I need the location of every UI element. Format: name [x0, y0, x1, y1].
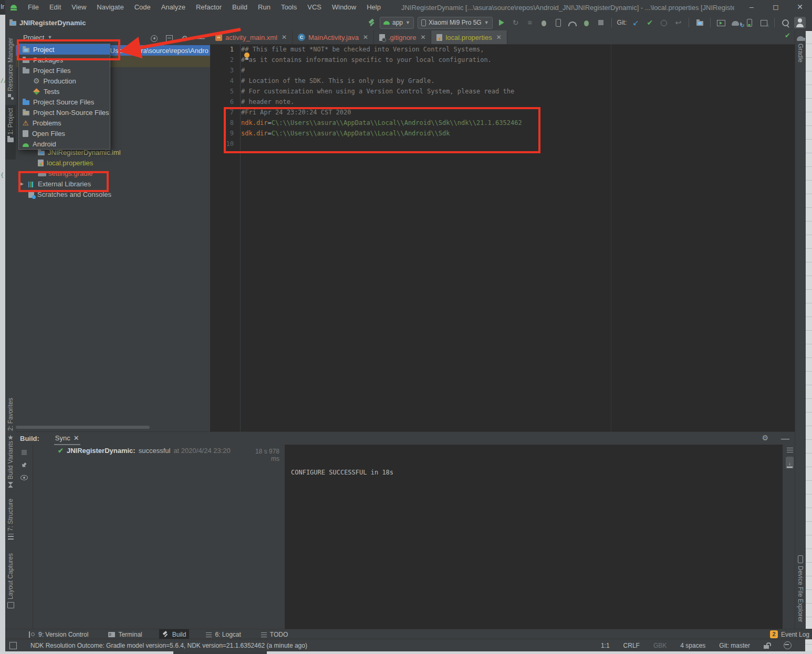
stripe-item-1-project[interactable]: 1: Project — [5, 105, 16, 160]
run-config-selector[interactable]: app ▼ — [380, 17, 414, 29]
menu-help[interactable]: Help — [362, 0, 386, 15]
collapse-all-icon[interactable] — [166, 35, 173, 42]
build-settings-icon[interactable]: ⚙ — [762, 434, 768, 444]
popup-item-open-files[interactable]: Open Files — [19, 128, 110, 139]
intention-bulb-icon[interactable] — [244, 52, 250, 60]
view-options-icon[interactable] — [20, 475, 28, 480]
code-editor[interactable]: 1## This file must *NOT* be checked into… — [210, 44, 795, 149]
stripe-item-7-structure[interactable]: 7: Structure — [5, 499, 16, 544]
tab-activity-main-xml[interactable]: ‹›activity_main.xml✕ — [210, 30, 293, 44]
debug-icon[interactable] — [542, 20, 546, 26]
project-breadcrumb[interactable]: JNIRegisterDynamic — [9, 19, 86, 27]
build-sync-tab[interactable]: Sync ✕ — [54, 431, 80, 445]
inspection-ok-icon[interactable]: ✔ — [785, 31, 790, 39]
popup-item-android[interactable]: Android — [19, 139, 110, 149]
tree-item-local-properties[interactable]: local.properties — [16, 157, 210, 168]
toolwindow-button-9-version-control[interactable]: 9: Version Control — [24, 629, 91, 639]
popup-item-production[interactable]: ⚙Production — [19, 76, 110, 86]
status-widget-crlf[interactable]: CRLF — [623, 642, 640, 649]
stripe-item-gradle[interactable]: Gradle — [795, 35, 806, 79]
popup-item-packages[interactable]: Packages — [19, 55, 110, 65]
hide-panel-icon[interactable]: — — [196, 34, 205, 43]
close-icon[interactable]: ✕ — [420, 34, 425, 41]
run-button[interactable] — [499, 19, 504, 26]
tab-mainactivity-java[interactable]: CMainActivity.java✕ — [293, 30, 374, 44]
stripe-item-build-variants[interactable]: Build Variants — [5, 441, 16, 489]
soft-wrap-icon[interactable] — [787, 448, 793, 452]
menu-analyze[interactable]: Analyze — [157, 0, 190, 15]
popup-item-project[interactable]: Project — [19, 44, 110, 55]
menu-tools[interactable]: Tools — [276, 0, 301, 15]
build-console[interactable]: CONFIGURE SUCCESSFUL in 18s — [285, 445, 783, 629]
menu-view[interactable]: View — [67, 0, 91, 15]
popup-item-project-source-files[interactable]: Project Source Files — [19, 97, 110, 107]
build-hammer-icon[interactable] — [368, 18, 376, 27]
close-icon[interactable]: ✕ — [74, 434, 79, 442]
minimize-button[interactable]: – — [740, 0, 764, 15]
menu-run[interactable]: Run — [253, 0, 275, 15]
popup-item-project-files[interactable]: Project Files — [19, 65, 110, 76]
sdk-manager-icon[interactable] — [761, 20, 767, 26]
close-icon[interactable]: ✕ — [363, 34, 368, 41]
menu-file[interactable]: File — [23, 0, 44, 15]
attach-profiler-icon[interactable] — [556, 19, 561, 27]
popup-item-project-non-source-files[interactable]: Project Non-Source Files — [19, 107, 110, 118]
device-selector[interactable]: Xiaomi Mi9 Pro 5G ▼ — [418, 17, 493, 29]
git-commit-icon[interactable]: ✔ — [644, 17, 655, 28]
stripe-item-layout-captures[interactable]: Layout Captures — [5, 553, 16, 612]
popup-item-problems[interactable]: ⚠Problems — [19, 118, 110, 128]
stop-icon[interactable] — [598, 20, 603, 25]
toolwindow-toggle-icon[interactable] — [9, 642, 17, 649]
profile-avatar[interactable] — [794, 17, 806, 28]
status-widget-1-1[interactable]: 1:1 — [601, 642, 610, 649]
status-widget-gbk[interactable]: GBK — [653, 642, 667, 649]
toolwindow-button-6-logcat[interactable]: 6: Logcat — [203, 629, 244, 639]
toolwindow-button-todo[interactable]: TODO — [258, 629, 291, 639]
apply-code-changes-icon[interactable]: ≡ — [525, 17, 535, 28]
git-update-icon[interactable]: ↙ — [630, 17, 641, 28]
stop-build-icon[interactable] — [22, 450, 27, 455]
tree-item-external-libraries[interactable]: ▶External Libraries — [16, 178, 210, 189]
tab-local-properties[interactable]: local.properties✕ — [431, 30, 507, 44]
rollback-icon[interactable]: ↩ — [673, 17, 683, 28]
close-icon[interactable]: ✕ — [496, 34, 502, 41]
apply-changes-icon[interactable]: ↻ — [511, 17, 521, 28]
profile-icon[interactable] — [568, 22, 577, 26]
menu-build[interactable]: Build — [227, 0, 252, 15]
project-structure-icon[interactable] — [696, 21, 703, 26]
profile-low-overhead-icon[interactable] — [584, 20, 589, 26]
toolwindow-button-build[interactable]: Build — [159, 629, 190, 639]
menu-window[interactable]: Window — [327, 0, 361, 15]
stripe-item-device-file-explorer[interactable]: Device File Explorer — [795, 555, 806, 634]
device-manager-icon[interactable] — [747, 19, 752, 27]
close-button[interactable]: ✕ — [788, 0, 812, 15]
toolwindow-button-terminal[interactable]: ≥Terminal — [105, 629, 145, 639]
stripe-item-2-favorites[interactable]: 2: Favorites★ — [5, 398, 16, 435]
horizontal-scrollbar[interactable] — [16, 426, 150, 429]
menu-vcs[interactable]: VCS — [303, 0, 326, 15]
search-icon[interactable] — [782, 19, 789, 26]
maximize-button[interactable]: ◻ — [764, 0, 788, 15]
close-icon[interactable]: ✕ — [282, 34, 287, 41]
tree-item-settings-gradle[interactable]: settings.gradle — [16, 168, 210, 178]
popup-item-tests[interactable]: Tests — [19, 86, 110, 97]
menu-navigate[interactable]: Navigate — [92, 0, 128, 15]
stripe-item-resource-manager[interactable]: Resource Manager — [5, 35, 16, 109]
panel-settings-icon[interactable]: ⚙ — [181, 35, 188, 42]
pin-icon[interactable] — [20, 461, 28, 469]
tab--gitignore[interactable]: .gitignore✕ — [374, 30, 432, 44]
status-widget-4-spaces[interactable]: 4 spaces — [680, 642, 705, 649]
menu-edit[interactable]: Edit — [45, 0, 66, 15]
scroll-to-end-icon[interactable]: ↓ — [787, 461, 793, 468]
status-widget-git-master[interactable]: Git: master — [719, 642, 750, 649]
history-icon[interactable] — [661, 20, 667, 26]
menu-refactor[interactable]: Refactor — [191, 0, 226, 15]
event-log[interactable]: 2 Event Log — [770, 629, 809, 639]
hide-build-panel-icon[interactable]: — — [781, 434, 789, 444]
locate-file-icon[interactable] — [151, 35, 158, 42]
expander-icon[interactable]: ▶ — [20, 181, 25, 186]
gradle-sync-icon[interactable] — [732, 21, 739, 26]
tree-item-scratches-and-consoles[interactable]: Scratches and Consoles — [16, 189, 210, 199]
avd-manager-icon[interactable] — [717, 20, 725, 26]
menu-code[interactable]: Code — [130, 0, 155, 15]
